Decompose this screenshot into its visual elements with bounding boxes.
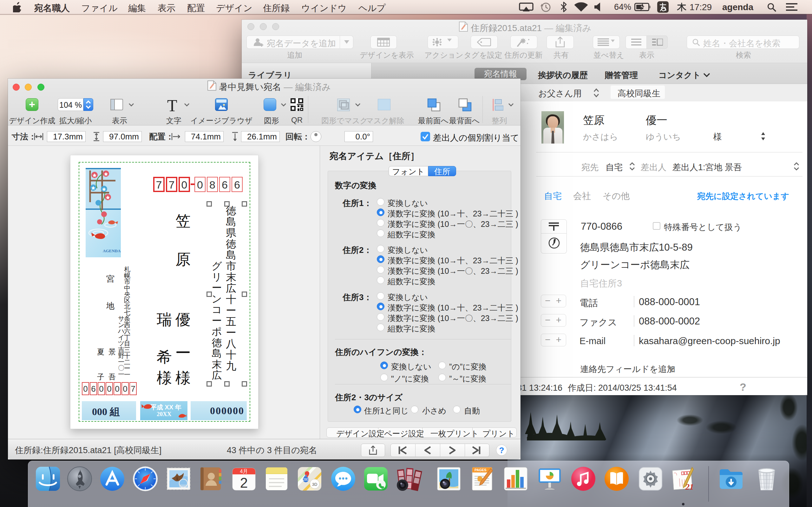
- svg-text:21: 21: [685, 482, 694, 492]
- svg-text:PAGES: PAGES: [474, 468, 487, 472]
- svg-text:2: 2: [240, 475, 248, 491]
- svg-text:4月: 4月: [240, 469, 248, 474]
- svg-text:280: 280: [303, 478, 309, 481]
- svg-text:AGENDA: AGENDA: [103, 248, 121, 253]
- svg-text:3D: 3D: [312, 482, 317, 487]
